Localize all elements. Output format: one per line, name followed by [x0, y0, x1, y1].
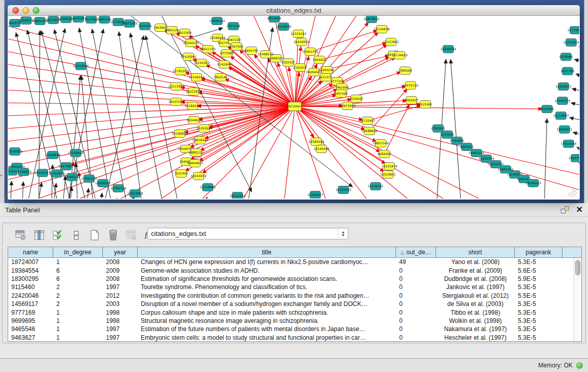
- table-row[interactable]: 2242004622012Investigating the contribut…: [8, 292, 581, 300]
- network-node[interactable]: 16648784: [441, 46, 456, 53]
- network-node[interactable]: 16958167: [95, 180, 111, 187]
- network-node[interactable]: 8454749: [245, 47, 258, 55]
- network-node[interactable]: 18724007: [287, 102, 303, 111]
- network-node[interactable]: 16961758: [302, 48, 318, 56]
- network-node[interactable]: 12325413: [291, 30, 307, 38]
- network-node[interactable]: 14671355: [122, 20, 138, 28]
- network-node[interactable]: 19384554: [309, 138, 324, 146]
- network-node[interactable]: 7625402: [175, 170, 188, 178]
- network-node[interactable]: 8215955: [540, 105, 554, 113]
- network-node[interactable]: 6497568: [334, 90, 348, 98]
- network-node[interactable]: 16151874: [382, 163, 398, 170]
- network-node[interactable]: 2367608: [230, 43, 244, 51]
- column-header-in_degree[interactable]: in_degree: [53, 247, 103, 257]
- network-node[interactable]: 9375685: [220, 50, 234, 57]
- table-selector-dropdown[interactable]: citations_edges.txt ▲▼: [147, 228, 349, 239]
- network-node[interactable]: 27181209: [173, 68, 189, 75]
- network-node[interactable]: 11067534: [569, 155, 579, 162]
- column-header-out_de[interactable]: △out_de…: [396, 247, 436, 257]
- delete-column-icon[interactable]: [107, 229, 119, 242]
- network-node[interactable]: 17016504: [561, 140, 577, 148]
- column-header-pagerank[interactable]: pagerank: [515, 247, 562, 257]
- select-rows-icon[interactable]: [52, 229, 64, 242]
- network-node[interactable]: 12213363: [168, 83, 184, 91]
- network-node[interactable]: 7955812: [313, 56, 326, 64]
- table-row[interactable]: 911546021997Tourette syndrome. Phenomeno…: [8, 283, 581, 291]
- network-window-titlebar[interactable]: citations_edges.txt: [8, 5, 580, 16]
- network-node[interactable]: 17359928: [68, 149, 84, 157]
- network-node[interactable]: 12923468: [127, 190, 143, 198]
- network-node[interactable]: 8813054: [268, 16, 281, 23]
- network-node[interactable]: 16787593: [336, 186, 352, 194]
- network-node[interactable]: 16210643: [553, 112, 569, 120]
- network-node[interactable]: 16640910: [294, 38, 310, 46]
- network-node[interactable]: 7615526: [138, 23, 152, 30]
- network-node[interactable]: 16914479: [191, 172, 207, 180]
- network-node[interactable]: 7357224: [227, 23, 241, 30]
- network-node[interactable]: 12254303: [194, 59, 210, 67]
- minimize-button[interactable]: [23, 7, 29, 14]
- show-columns-icon[interactable]: [33, 229, 46, 242]
- delete-table-icon[interactable]: [125, 229, 138, 242]
- network-node[interactable]: 3216642: [350, 95, 363, 103]
- network-node[interactable]: 16544230: [183, 39, 199, 47]
- table-row[interactable]: 1830029562008Estimation of significance …: [8, 275, 581, 283]
- network-node[interactable]: 12213963: [383, 38, 399, 46]
- network-node[interactable]: 9684067: [378, 150, 391, 158]
- network-node[interactable]: 11044624: [186, 117, 202, 124]
- network-node[interactable]: 30975887: [58, 163, 74, 170]
- network-node[interactable]: 16154838: [374, 26, 390, 33]
- resize-grip-icon[interactable]: [568, 188, 575, 196]
- network-node[interactable]: 13142757: [35, 169, 51, 177]
- network-node[interactable]: 19611745: [200, 46, 216, 53]
- network-node[interactable]: 12505135: [64, 173, 80, 181]
- network-node[interactable]: 18878344: [192, 137, 208, 144]
- zoom-button[interactable]: [33, 7, 39, 14]
- network-node[interactable]: 1527602: [84, 16, 98, 24]
- network-node[interactable]: 18107554: [168, 98, 184, 106]
- network-node[interactable]: 9860124: [165, 27, 179, 34]
- column-header-short[interactable]: short: [436, 247, 515, 257]
- network-node[interactable]: 16021877: [186, 88, 202, 96]
- network-node[interactable]: 23206956: [8, 148, 23, 156]
- table-row[interactable]: 1938455462009Genome-wide association stu…: [8, 266, 581, 274]
- network-canvas[interactable]: 7663822986012489129541654423021420946271…: [8, 16, 579, 199]
- column-header-year[interactable]: year: [103, 247, 138, 257]
- network-node[interactable]: 10395817: [308, 191, 323, 199]
- network-node[interactable]: 21420946: [181, 53, 197, 61]
- network-node[interactable]: 12444134: [555, 97, 571, 105]
- table-settings-icon[interactable]: [15, 229, 27, 242]
- control-panel-edge[interactable]: ▸: [0, 0, 5, 203]
- network-node[interactable]: 11545544: [189, 74, 205, 81]
- column-header-name[interactable]: name: [8, 247, 53, 257]
- network-node[interactable]: 19734693: [392, 52, 408, 59]
- network-node[interactable]: 20876822: [364, 16, 380, 23]
- network-node[interactable]: 18501234: [9, 163, 25, 171]
- network-node[interactable]: 1162615: [293, 64, 307, 72]
- column-header-title[interactable]: title: [138, 247, 396, 257]
- network-node[interactable]: 15145455: [314, 145, 330, 153]
- network-node[interactable]: 15136141: [368, 183, 384, 190]
- scrollbar-thumb[interactable]: [575, 260, 580, 275]
- float-panel-icon[interactable]: [561, 206, 569, 213]
- network-node[interactable]: 15751074: [563, 39, 579, 47]
- network-node[interactable]: 20153346: [73, 62, 89, 70]
- expand-panel-icon[interactable]: ▸: [1, 173, 3, 178]
- network-node[interactable]: 18720407: [360, 117, 376, 125]
- table-row[interactable]: 977716911998Corpus callosum shape and si…: [8, 308, 581, 316]
- new-column-icon[interactable]: [89, 229, 101, 242]
- network-node[interactable]: 20206536: [45, 151, 61, 159]
- table-row[interactable]: 969969511998Structural magnetic resonanc…: [8, 317, 581, 325]
- network-node[interactable]: 8912954: [178, 29, 192, 37]
- row-height-icon[interactable]: [70, 229, 82, 242]
- network-node[interactable]: 18807249: [373, 140, 389, 147]
- network-node[interactable]: 14184243: [185, 102, 201, 110]
- network-node[interactable]: 15524851: [380, 171, 396, 179]
- results-panel-edge[interactable]: [584, 0, 588, 203]
- network-node[interactable]: 9529966: [559, 53, 573, 61]
- network-node[interactable]: 16782759: [111, 185, 126, 192]
- network-node[interactable]: 14844843: [187, 160, 203, 167]
- resize-grip-icon[interactable]: [570, 190, 576, 196]
- network-node[interactable]: 11174567: [568, 27, 579, 34]
- network-node[interactable]: 18882212: [188, 149, 204, 157]
